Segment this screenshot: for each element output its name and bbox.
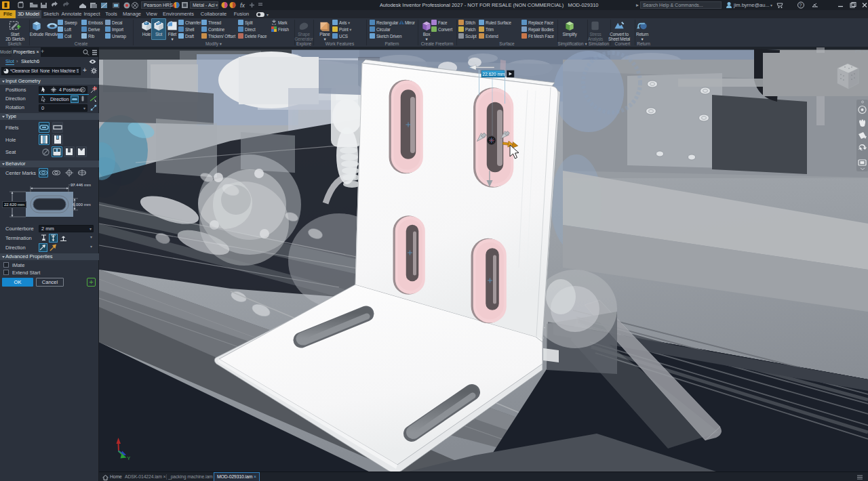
svg-text:▾: ▾ — [267, 13, 269, 17]
svg-text:Direction: Direction — [50, 97, 69, 102]
svg-text:▾: ▾ — [770, 3, 772, 7]
svg-text:fx: fx — [240, 2, 245, 9]
svg-text:4 Positions: 4 Positions — [59, 87, 83, 92]
svg-text:22.620 mm: 22.620 mm — [483, 72, 505, 77]
svg-text:Y: Y — [127, 456, 131, 461]
svg-text:jim.byrne@au...: jim.byrne@au... — [733, 2, 770, 8]
svg-text:?: ? — [800, 3, 802, 7]
svg-text:6.000 mm: 6.000 mm — [73, 203, 91, 207]
svg-text:37.446 mm: 37.446 mm — [71, 183, 91, 187]
